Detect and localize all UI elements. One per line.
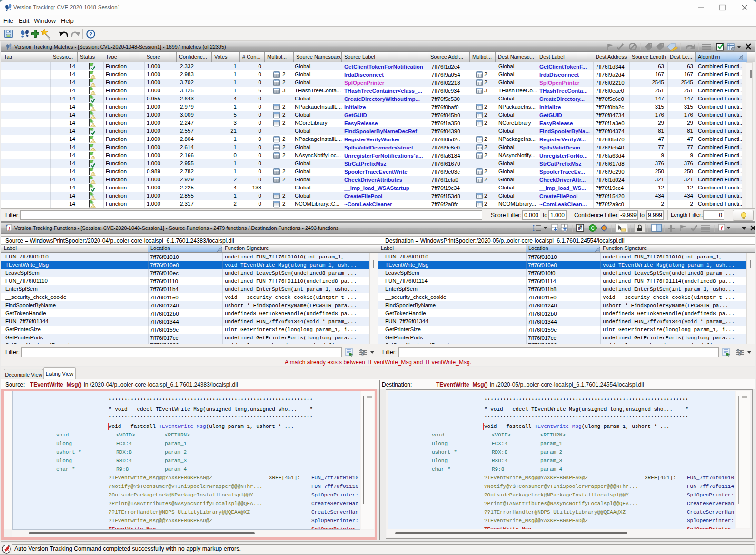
- svg-text:01: 01: [578, 228, 582, 231]
- svg-text:?: ?: [89, 31, 92, 37]
- svg-text:C: C: [591, 226, 594, 231]
